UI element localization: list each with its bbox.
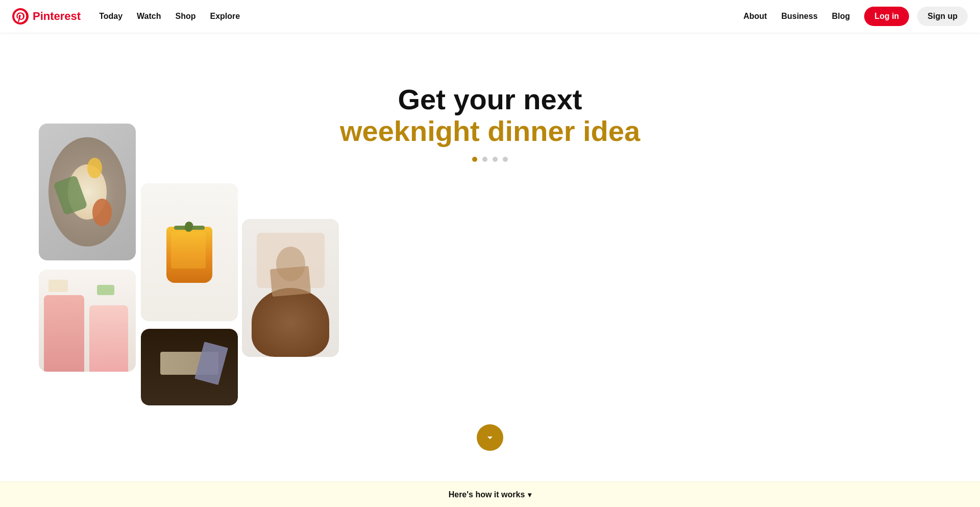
login-button[interactable]: Log in bbox=[864, 7, 909, 26]
hero-section: Get your next weeknight dinner idea bbox=[0, 0, 980, 507]
bottom-bar: Here's how it works ▾ bbox=[0, 481, 980, 507]
chevron-down-icon bbox=[484, 431, 496, 444]
image-collage bbox=[0, 33, 357, 400]
collage-image-4 bbox=[141, 329, 238, 405]
how-it-works-link[interactable]: Here's how it works ▾ bbox=[449, 490, 532, 499]
nav-link-blog[interactable]: Blog bbox=[826, 8, 856, 25]
hero-dot-3[interactable] bbox=[493, 157, 498, 162]
nav-link-shop[interactable]: Shop bbox=[169, 8, 202, 25]
nav-link-business[interactable]: Business bbox=[775, 8, 824, 25]
pinterest-logo[interactable]: Pinterest bbox=[12, 8, 81, 25]
nav-link-today[interactable]: Today bbox=[93, 8, 129, 25]
how-it-works-text: Here's how it works bbox=[449, 490, 525, 499]
hero-dot-4[interactable] bbox=[503, 157, 508, 162]
nav-link-explore[interactable]: Explore bbox=[204, 8, 247, 25]
scroll-down-button[interactable] bbox=[477, 424, 503, 451]
hero-title-line1: Get your next bbox=[340, 84, 640, 115]
nav-links: Today Watch Shop Explore bbox=[93, 8, 246, 25]
collage-image-1 bbox=[39, 124, 136, 260]
signup-button[interactable]: Sign up bbox=[917, 7, 968, 26]
hero-dot-1[interactable] bbox=[472, 157, 477, 162]
collage-image-3 bbox=[141, 183, 238, 321]
nav-left: Pinterest Today Watch Shop Explore bbox=[12, 8, 246, 25]
navbar: Pinterest Today Watch Shop Explore About… bbox=[0, 0, 980, 33]
nav-right: About Business Blog Log in Sign up bbox=[737, 7, 968, 26]
collage-image-5 bbox=[242, 219, 339, 357]
nav-link-watch[interactable]: Watch bbox=[131, 8, 167, 25]
pinterest-logo-icon bbox=[12, 8, 29, 25]
hero-dot-2[interactable] bbox=[482, 157, 487, 162]
collage-image-2 bbox=[39, 270, 136, 372]
hero-title-line2: weeknight dinner idea bbox=[340, 115, 640, 147]
logo-text: Pinterest bbox=[33, 10, 81, 23]
nav-right-links: About Business Blog bbox=[737, 8, 856, 25]
nav-link-about[interactable]: About bbox=[737, 8, 773, 25]
how-it-works-chevron: ▾ bbox=[528, 491, 531, 499]
hero-text: Get your next weeknight dinner idea bbox=[340, 84, 640, 162]
hero-dots bbox=[340, 157, 640, 162]
